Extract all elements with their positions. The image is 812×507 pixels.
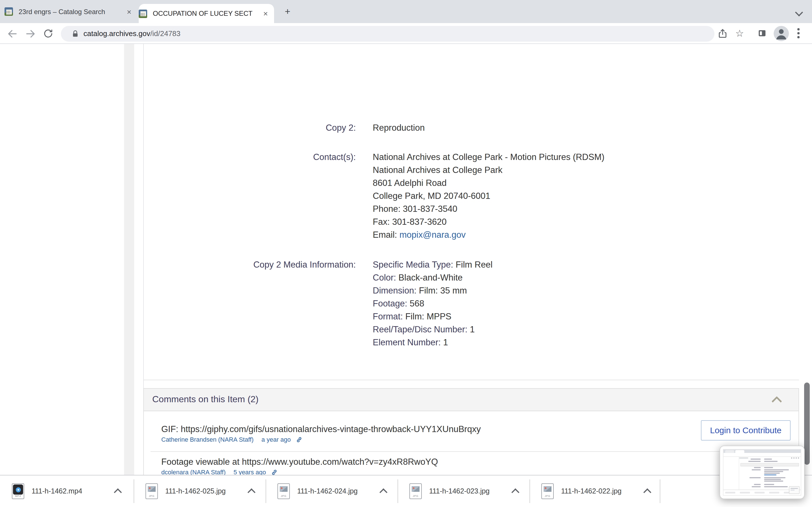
field-value: Specific Media Type: Film Reel Color: Bl… xyxy=(373,258,799,349)
email-label: Email: xyxy=(373,230,397,239)
contact-line: College Park, MD 20740-6001 xyxy=(373,189,799,202)
comment-time-link[interactable]: a year ago xyxy=(261,436,291,443)
media-line: Reel/Tape/Disc Number: 1 xyxy=(373,323,799,336)
media-line: Element Number: 1 xyxy=(373,336,799,349)
jpg-file-icon: JPG xyxy=(409,483,422,499)
back-button[interactable] xyxy=(7,28,18,40)
downloads-bar: MP4 111-h-1462.mp4 JPG 111-h-1462-025.jp… xyxy=(0,475,812,507)
permalink-icon[interactable] xyxy=(296,437,302,443)
comment-time-link[interactable]: 5 years ago xyxy=(234,469,266,475)
field-label: Contact(s): xyxy=(143,151,356,163)
permalink-icon[interactable] xyxy=(271,469,277,475)
page-scrollbar-thumb[interactable] xyxy=(804,383,810,465)
contact-line: Fax: 301-837-3620 xyxy=(373,215,799,228)
side-panel-icon[interactable] xyxy=(757,29,769,40)
comment-meta: dcolenara (NARA Staff)5 years ago xyxy=(161,469,277,475)
screenshot-preview-content xyxy=(723,449,801,496)
browser-toolbar: catalog.archives.gov/id/24783 ☆ xyxy=(0,23,812,44)
comment-meta: Catherine Brandsen (NARA Staff)a year ag… xyxy=(161,436,302,443)
forward-button[interactable] xyxy=(25,28,36,40)
tab-catalog-search[interactable]: 23rd engrs – Catalog Search × xyxy=(4,0,138,23)
comment-divider xyxy=(151,451,792,452)
tab-title: OCCUPATION OF LUCEY SECT xyxy=(153,10,258,17)
download-filename: 111-h-1462.mp4 xyxy=(32,487,82,495)
bookmark-star-icon[interactable]: ☆ xyxy=(735,27,744,40)
comments-title: Comments on this Item (2) xyxy=(152,394,259,404)
contact-line: Phone: 301-837-3540 xyxy=(373,202,799,215)
contact-line: National Archives at College Park xyxy=(373,163,799,176)
jpg-file-icon: JPG xyxy=(277,483,290,499)
login-to-contribute-button[interactable]: Login to Contribute xyxy=(701,420,791,441)
page-viewport: Copy 2: Reproduction Contact(s): Nationa… xyxy=(0,44,812,475)
download-divider xyxy=(660,480,660,503)
download-item[interactable]: JPG 111-h-1462-024.jpg xyxy=(266,475,398,507)
comments-section: Comments on this Item (2) Login to Contr… xyxy=(143,388,799,475)
tab-close-icon[interactable]: × xyxy=(125,8,133,15)
address-bar[interactable]: catalog.archives.gov/id/24783 xyxy=(61,26,714,42)
mp4-file-icon: MP4 xyxy=(12,483,24,499)
collapse-chevron-icon[interactable] xyxy=(772,396,782,407)
download-menu-chevron-icon[interactable] xyxy=(248,489,255,496)
field-label: Copy 2: xyxy=(143,121,356,134)
lock-icon[interactable] xyxy=(71,30,79,38)
reload-button[interactable] xyxy=(43,28,54,40)
tab-close-icon[interactable]: × xyxy=(262,10,269,17)
contact-line-email: Email: mopix@nara.gov xyxy=(373,228,799,241)
tab-occupation-of-lucey[interactable]: OCCUPATION OF LUCEY SECT × xyxy=(139,4,274,23)
comment-text: GIF: https://giphy.com/gifs/usnationalar… xyxy=(161,424,481,434)
download-item[interactable]: JPG 111-h-1462-022.jpg xyxy=(529,475,660,507)
download-filename: 111-h-1462-025.jpg xyxy=(165,487,226,495)
nara-favicon-icon xyxy=(4,7,13,16)
download-filename: 111-h-1462-024.jpg xyxy=(297,487,358,495)
media-line: Specific Media Type: Film Reel xyxy=(373,258,799,271)
tab-search-chevron-icon[interactable] xyxy=(795,8,803,16)
download-menu-chevron-icon[interactable] xyxy=(379,489,388,496)
share-icon[interactable] xyxy=(717,28,728,40)
url-text: catalog.archives.gov/id/24783 xyxy=(84,29,181,38)
download-filename: 111-h-1462-023.jpg xyxy=(429,487,490,495)
sidebar-scroll-track[interactable] xyxy=(124,44,134,475)
download-menu-chevron-icon[interactable] xyxy=(644,489,651,496)
media-line: Dimension: Film: 35 mm xyxy=(373,284,799,297)
comments-header[interactable]: Comments on this Item (2) xyxy=(144,389,799,411)
url-path: /id/24783 xyxy=(150,29,181,38)
section-divider xyxy=(143,380,799,380)
new-tab-button[interactable]: + xyxy=(282,6,293,17)
download-item[interactable]: JPG 111-h-1462-023.jpg xyxy=(398,475,529,507)
screenshot-preview-thumbnail[interactable] xyxy=(719,446,805,499)
tab-title: 23rd engrs – Catalog Search xyxy=(18,8,122,15)
jpg-file-icon: JPG xyxy=(146,483,158,499)
media-line: Footage: 568 xyxy=(373,297,799,310)
tab-strip: 23rd engrs – Catalog Search × OCCUPATION… xyxy=(0,0,812,23)
contact-line: 8601 Adelphi Road xyxy=(373,176,799,189)
email-link[interactable]: mopix@nara.gov xyxy=(400,230,466,239)
comment-author-link[interactable]: dcolenara (NARA Staff) xyxy=(161,469,225,475)
media-line: Color: Black-and-White xyxy=(373,271,799,284)
profile-avatar[interactable] xyxy=(774,26,789,41)
download-filename: 111-h-1462-022.jpg xyxy=(561,487,622,495)
browser-window: 23rd engrs – Catalog Search × OCCUPATION… xyxy=(0,0,812,507)
download-item[interactable]: JPG 111-h-1462-025.jpg xyxy=(134,475,266,507)
field-value: Reproduction xyxy=(373,121,799,134)
comment-author-link[interactable]: Catherine Brandsen (NARA Staff) xyxy=(161,436,253,443)
download-menu-chevron-icon[interactable] xyxy=(511,489,519,496)
comment-text: Footage viewable at https://www.youtube.… xyxy=(161,457,438,467)
field-value: National Archives at College Park - Moti… xyxy=(373,151,799,241)
contact-line: National Archives at College Park - Moti… xyxy=(373,151,799,163)
jpg-file-icon: JPG xyxy=(541,483,554,499)
media-line: Format: Film: MPPS xyxy=(373,310,799,323)
nara-favicon-icon xyxy=(139,9,147,18)
field-label: Copy 2 Media Information: xyxy=(143,258,356,271)
download-item[interactable]: MP4 111-h-1462.mp4 xyxy=(0,475,134,507)
browser-menu-icon[interactable] xyxy=(797,28,800,40)
download-menu-chevron-icon[interactable] xyxy=(114,489,122,496)
